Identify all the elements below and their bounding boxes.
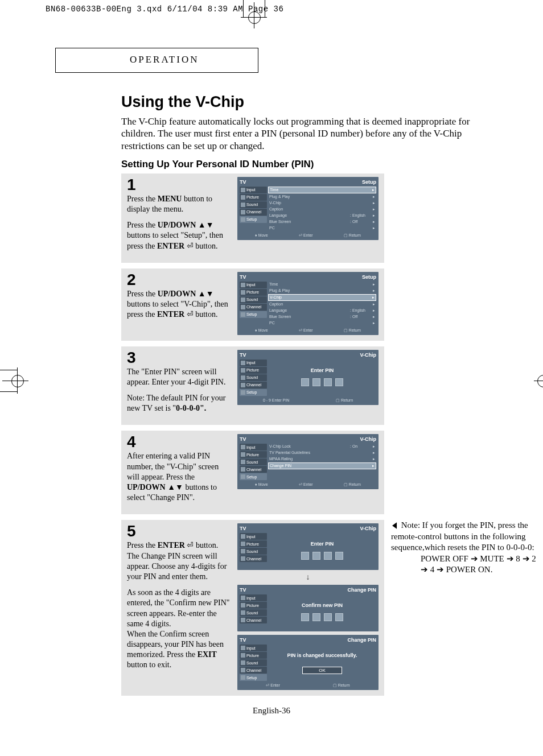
osd-tab: Channel xyxy=(240,555,267,562)
pin-digit-box xyxy=(301,552,309,560)
osd-tab-icon xyxy=(241,474,245,479)
osd-tab-icon xyxy=(241,195,245,200)
osd-screen: TVV-ChipInputPictureSoundChannelSetupEnt… xyxy=(237,350,379,405)
osd-title: Setup xyxy=(362,274,376,280)
osd-tab-icon xyxy=(241,646,245,650)
osd-tv-label: TV xyxy=(240,274,246,280)
step-number: 2 xyxy=(127,272,231,288)
pin-digit-box xyxy=(324,378,332,386)
pin-digit-box xyxy=(335,613,343,621)
osd-title: V-Chip xyxy=(360,526,377,531)
osd-menu-item: Language: English▸ xyxy=(268,308,376,313)
osd-tab: Channel xyxy=(240,466,267,473)
osd-tab-icon xyxy=(241,290,245,295)
note-pointer-icon: ◀ xyxy=(392,520,397,531)
osd-foot-enter: ⏎ Enter xyxy=(299,328,313,333)
intro-paragraph: The V-Chip feature automatically locks o… xyxy=(121,115,486,152)
osd-tab: Setup xyxy=(240,311,267,318)
chevron-right-icon: ▸ xyxy=(372,201,375,205)
step-number: 4 xyxy=(127,434,231,450)
osd-foot-pin: 0 - 9 Enter PIN xyxy=(263,398,289,403)
pin-entry-boxes xyxy=(268,613,376,621)
osd-tab-icon xyxy=(241,298,245,302)
osd-tab: Input xyxy=(240,533,267,540)
osd-tab-icon xyxy=(241,660,245,665)
osd-tab-icon xyxy=(241,305,245,309)
osd-tab: Sound xyxy=(240,374,267,381)
osd-tab: Picture xyxy=(240,194,267,201)
pin-digit-box xyxy=(335,378,343,386)
osd-tab: Sound xyxy=(240,659,267,666)
osd-center-text: Enter PIN xyxy=(268,541,376,547)
osd-foot-return: ▢ Return xyxy=(336,398,353,403)
osd-tab: Setup xyxy=(240,674,267,681)
osd-tab: Picture xyxy=(240,602,267,609)
step-number: 3 xyxy=(127,350,231,366)
print-header: BN68-00633B-00Eng 3.qxd 6/11/04 8:39 AM … xyxy=(0,0,543,14)
osd-menu-item: V-Chip▸ xyxy=(268,294,376,301)
chevron-right-icon: ▸ xyxy=(372,220,375,224)
osd-tv-label: TV xyxy=(240,179,246,185)
osd-menu-item: Plug & Play▸ xyxy=(268,288,376,294)
osd-tab: Input xyxy=(240,594,267,601)
osd-tab: Setup xyxy=(240,216,267,223)
osd-title: V-Chip xyxy=(360,436,377,442)
osd-tab-icon xyxy=(241,203,245,207)
pin-digit-box xyxy=(301,613,309,621)
step-3: 3The "Enter PIN" screen will appear. Ent… xyxy=(121,346,384,425)
osd-tab: Channel xyxy=(240,304,267,311)
osd-menu-item: Plug & Play▸ xyxy=(268,194,376,200)
step-2: 2Press the UP/DOWN ▲▼ buttons to select … xyxy=(121,268,384,341)
osd-tab: Input xyxy=(240,360,267,366)
osd-menu-item: V-Chip Lock: On▸ xyxy=(268,444,376,449)
osd-tab-icon xyxy=(241,556,245,561)
osd-tab: Setup xyxy=(240,389,267,396)
osd-tab: Sound xyxy=(240,201,267,208)
osd-screen: TVSetupInputPictureSoundChannelSetupTime… xyxy=(237,272,379,335)
osd-tab-icon xyxy=(241,312,245,317)
ok-button: OK xyxy=(302,667,342,674)
osd-screen: TVV-ChipInputPictureSoundChannelEnter PI… xyxy=(237,523,379,570)
chevron-right-icon: ▸ xyxy=(372,213,375,218)
osd-tab: Picture xyxy=(240,652,267,659)
osd-title: V-Chip xyxy=(360,352,377,358)
pin-digit-box xyxy=(301,378,309,386)
pin-digit-box xyxy=(324,613,332,621)
osd-foot-return: ▢ Return xyxy=(344,328,361,333)
osd-screen: TVChange PINInputPictureSoundChannelSetu… xyxy=(237,635,379,690)
step-number: 1 xyxy=(127,177,231,193)
step-1: 1Press the MENU button to display the me… xyxy=(121,173,384,263)
osd-tab: Picture xyxy=(240,367,267,374)
osd-tab-icon xyxy=(241,460,245,464)
osd-center-text: Confirm new PIN xyxy=(268,602,376,608)
osd-tv-label: TV xyxy=(240,587,246,593)
chevron-right-icon: ▸ xyxy=(371,464,375,468)
osd-tab-icon xyxy=(241,549,245,553)
chevron-right-icon: ▸ xyxy=(372,451,375,455)
osd-center-text: Enter PIN xyxy=(268,367,376,373)
osd-footer: ♦ Move⏎ Enter▢ Return xyxy=(240,482,376,487)
osd-menu-item: V-Chip▸ xyxy=(268,200,376,206)
chevron-right-icon: ▸ xyxy=(372,195,375,199)
osd-center-text: PIN is changed successfully. xyxy=(268,652,376,658)
osd-tab-icon xyxy=(241,217,245,222)
osd-menu-item: Time▸ xyxy=(268,282,376,287)
osd-tab: Sound xyxy=(240,548,267,555)
osd-tab-icon xyxy=(241,383,245,387)
osd-foot-move: ♦ Move xyxy=(255,328,268,333)
chevron-right-icon: ▸ xyxy=(372,282,375,287)
osd-tab-icon xyxy=(241,188,245,192)
osd-menu-item: TV Parental Guidelines▸ xyxy=(268,450,376,456)
osd-tab-icon xyxy=(241,375,245,380)
osd-screen: TVV-ChipInputPictureSoundChannelSetupV-C… xyxy=(237,434,379,489)
osd-tv-label: TV xyxy=(240,526,246,531)
sidebar-note: ◀ Note: If you forget the PIN, press the… xyxy=(391,520,539,576)
osd-tab-icon xyxy=(241,361,245,365)
page-title: Using the V-Chip xyxy=(121,93,488,111)
osd-foot-return: ▢ Return xyxy=(344,482,361,487)
osd-foot-enter: ⏎ Enter xyxy=(266,683,280,688)
chevron-right-icon: ▸ xyxy=(372,308,375,313)
step-text: Press the UP/DOWN ▲▼ buttons to select "… xyxy=(127,289,231,320)
osd-foot-return: ▢ Return xyxy=(344,233,361,238)
pin-digit-box xyxy=(324,552,332,560)
